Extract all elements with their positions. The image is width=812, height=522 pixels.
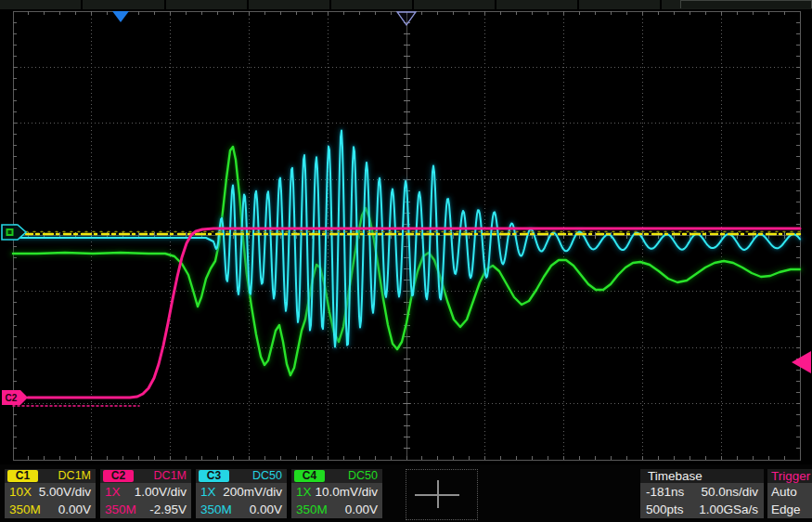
atten-label: 1X bbox=[296, 483, 312, 501]
trigger-level-marker[interactable] bbox=[792, 351, 811, 373]
trigger-reference-marker[interactable] bbox=[397, 12, 416, 25]
scale-value: 200mV/div bbox=[223, 483, 282, 501]
measurement-drop-zone[interactable] bbox=[406, 469, 478, 520]
channel-tag-c3[interactable]: C3 bbox=[199, 470, 229, 482]
coupling-label: DC50 bbox=[348, 469, 378, 483]
channel-tag-c4[interactable]: C4 bbox=[294, 470, 325, 482]
status-bar: C1 DC1M 10X5.00V/div 350M0.00V C2 DC1M 1… bbox=[0, 464, 812, 522]
timebase-scale: 50.0ns/div bbox=[701, 483, 758, 501]
offset-value: 0.00V bbox=[345, 501, 378, 518]
timebase-delay: -181ns bbox=[646, 483, 684, 501]
scale-value: 5.00V/div bbox=[39, 483, 91, 501]
coupling-label: DC50 bbox=[252, 469, 282, 483]
waveform-display: C2 bbox=[0, 0, 812, 464]
channel-tag-c1[interactable]: C1 bbox=[7, 470, 38, 482]
atten-label: 1X bbox=[200, 483, 216, 501]
trigger-box[interactable]: Trigger Auto Edge bbox=[767, 469, 812, 518]
channel-box-c1[interactable]: C1 DC1M 10X5.00V/div 350M0.00V bbox=[5, 469, 96, 518]
channel-box-c2[interactable]: C2 DC1M 1X1.00V/div 350M-2.95V bbox=[100, 469, 191, 518]
bandwidth-label: 350M bbox=[9, 501, 41, 518]
offset-value: 0.00V bbox=[58, 501, 91, 518]
bandwidth-label: 350M bbox=[105, 501, 136, 518]
offset-value: 0.00V bbox=[250, 501, 282, 518]
atten-label: 10X bbox=[9, 483, 32, 501]
channel4-marker-detail bbox=[8, 230, 12, 234]
timebase-title: Timebase bbox=[640, 469, 764, 483]
channel2-marker-label: C2 bbox=[6, 393, 18, 403]
timebase-box[interactable]: Timebase -181ns50.0ns/div 500pts1.00GSa/… bbox=[640, 469, 764, 518]
trigger-mode: Auto bbox=[771, 483, 797, 501]
trigger-position-marker[interactable] bbox=[112, 11, 129, 22]
timebase-points: 500pts bbox=[646, 501, 684, 518]
bandwidth-label: 350M bbox=[200, 501, 232, 518]
timebase-samplerate: 1.00GSa/s bbox=[699, 501, 758, 518]
crosshair-icon bbox=[437, 480, 439, 508]
trigger-type: Edge bbox=[771, 501, 801, 518]
offset-value: -2.95V bbox=[149, 501, 187, 518]
channel-tag-c2[interactable]: C2 bbox=[103, 470, 134, 482]
coupling-label: DC1M bbox=[58, 469, 91, 483]
atten-label: 1X bbox=[105, 483, 121, 501]
scale-value: 10.0mV/div bbox=[315, 483, 378, 501]
coupling-label: DC1M bbox=[154, 469, 187, 483]
channel-box-c3[interactable]: C3 DC50 1X200mV/div 350M0.00V bbox=[196, 469, 287, 518]
oscilloscope-screen: { "channels": [ {"tag":"C1","coupling":"… bbox=[0, 0, 812, 522]
channel-box-c4[interactable]: C4 DC50 1X10.0mV/div 350M0.00V bbox=[291, 469, 382, 518]
scale-value: 1.00V/div bbox=[135, 483, 187, 501]
trigger-label: Trigger bbox=[767, 469, 812, 483]
bandwidth-label: 350M bbox=[296, 501, 328, 518]
